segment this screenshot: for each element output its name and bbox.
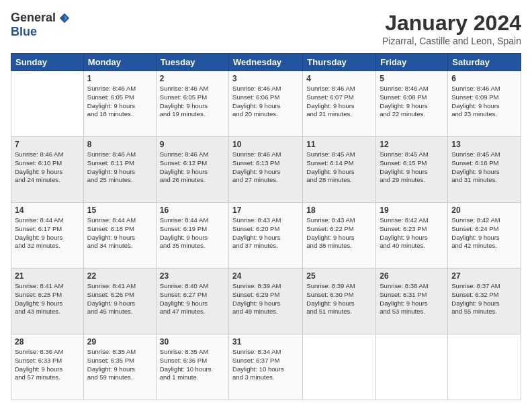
table-row: 7Sunrise: 8:46 AM Sunset: 6:10 PM Daylig… (11, 137, 84, 203)
table-row (303, 334, 376, 400)
day-info: Sunrise: 8:35 AM Sunset: 6:35 PM Dayligh… (87, 348, 152, 382)
logo: General Blue (11, 11, 71, 39)
day-info: Sunrise: 8:46 AM Sunset: 6:05 PM Dayligh… (87, 85, 152, 119)
day-number: 30 (160, 337, 225, 347)
table-row: 6Sunrise: 8:46 AM Sunset: 6:09 PM Daylig… (448, 71, 521, 137)
table-row: 2Sunrise: 8:46 AM Sunset: 6:05 PM Daylig… (156, 71, 228, 137)
day-info: Sunrise: 8:35 AM Sunset: 6:36 PM Dayligh… (160, 348, 225, 382)
day-info: Sunrise: 8:43 AM Sunset: 6:20 PM Dayligh… (232, 216, 299, 250)
day-number: 8 (87, 140, 152, 149)
table-row: 9Sunrise: 8:46 AM Sunset: 6:12 PM Daylig… (156, 137, 228, 203)
table-row: 30Sunrise: 8:35 AM Sunset: 6:36 PM Dayli… (156, 334, 228, 400)
table-row: 23Sunrise: 8:40 AM Sunset: 6:27 PM Dayli… (156, 269, 228, 334)
day-info: Sunrise: 8:46 AM Sunset: 6:07 PM Dayligh… (306, 85, 372, 119)
day-number: 27 (451, 271, 517, 281)
table-row: 18Sunrise: 8:43 AM Sunset: 6:22 PM Dayli… (303, 203, 376, 269)
table-row: 19Sunrise: 8:42 AM Sunset: 6:23 PM Dayli… (376, 203, 448, 269)
day-number: 18 (306, 205, 372, 215)
day-number: 23 (160, 271, 225, 281)
day-info: Sunrise: 8:37 AM Sunset: 6:32 PM Dayligh… (451, 282, 517, 316)
day-number: 16 (160, 205, 225, 215)
day-number: 10 (232, 140, 299, 149)
day-info: Sunrise: 8:41 AM Sunset: 6:26 PM Dayligh… (87, 282, 152, 316)
day-info: Sunrise: 8:46 AM Sunset: 6:13 PM Dayligh… (232, 150, 299, 185)
day-number: 14 (15, 205, 80, 215)
day-number: 6 (451, 74, 517, 83)
day-number: 11 (306, 140, 372, 149)
day-info: Sunrise: 8:44 AM Sunset: 6:19 PM Dayligh… (160, 216, 225, 250)
col-monday: Monday (83, 54, 156, 71)
day-info: Sunrise: 8:39 AM Sunset: 6:30 PM Dayligh… (306, 282, 372, 316)
table-row: 1Sunrise: 8:46 AM Sunset: 6:05 PM Daylig… (83, 71, 156, 137)
day-info: Sunrise: 8:46 AM Sunset: 6:11 PM Dayligh… (87, 150, 152, 185)
day-number: 20 (451, 205, 517, 215)
day-info: Sunrise: 8:45 AM Sunset: 6:15 PM Dayligh… (380, 150, 444, 185)
day-number: 4 (306, 74, 372, 83)
day-info: Sunrise: 8:39 AM Sunset: 6:29 PM Dayligh… (232, 282, 299, 316)
day-info: Sunrise: 8:45 AM Sunset: 6:14 PM Dayligh… (306, 150, 372, 185)
col-sunday: Sunday (11, 54, 84, 71)
table-row: 15Sunrise: 8:44 AM Sunset: 6:18 PM Dayli… (83, 203, 156, 269)
day-number: 21 (15, 271, 80, 281)
day-info: Sunrise: 8:41 AM Sunset: 6:25 PM Dayligh… (15, 282, 80, 316)
col-saturday: Saturday (448, 54, 521, 71)
day-info: Sunrise: 8:42 AM Sunset: 6:24 PM Dayligh… (451, 216, 517, 250)
table-row: 21Sunrise: 8:41 AM Sunset: 6:25 PM Dayli… (11, 269, 84, 334)
table-row: 25Sunrise: 8:39 AM Sunset: 6:30 PM Dayli… (303, 269, 376, 334)
table-row: 4Sunrise: 8:46 AM Sunset: 6:07 PM Daylig… (303, 71, 376, 137)
day-info: Sunrise: 8:46 AM Sunset: 6:06 PM Dayligh… (232, 85, 299, 119)
day-info: Sunrise: 8:46 AM Sunset: 6:05 PM Dayligh… (160, 85, 225, 119)
day-number: 31 (232, 337, 299, 347)
table-row (11, 71, 84, 137)
table-row: 26Sunrise: 8:38 AM Sunset: 6:31 PM Dayli… (376, 269, 448, 334)
logo-icon (58, 12, 71, 24)
table-row: 24Sunrise: 8:39 AM Sunset: 6:29 PM Dayli… (229, 269, 303, 334)
day-info: Sunrise: 8:40 AM Sunset: 6:27 PM Dayligh… (160, 282, 225, 316)
day-number: 3 (232, 74, 299, 83)
day-number: 9 (160, 140, 225, 149)
table-row (448, 334, 521, 400)
table-row: 22Sunrise: 8:41 AM Sunset: 6:26 PM Dayli… (83, 269, 156, 334)
col-wednesday: Wednesday (229, 54, 303, 71)
day-info: Sunrise: 8:46 AM Sunset: 6:12 PM Dayligh… (160, 150, 225, 185)
day-number: 7 (15, 140, 80, 149)
calendar-week-5: 28Sunrise: 8:36 AM Sunset: 6:33 PM Dayli… (11, 334, 521, 400)
day-info: Sunrise: 8:46 AM Sunset: 6:10 PM Dayligh… (15, 150, 80, 185)
page: General Blue January 2024 Pizarral, Cast… (0, 0, 532, 411)
table-row: 31Sunrise: 8:34 AM Sunset: 6:37 PM Dayli… (229, 334, 303, 400)
day-number: 2 (160, 74, 225, 83)
title-block: January 2024 Pizarral, Castille and Leon… (382, 11, 521, 46)
col-tuesday: Tuesday (156, 54, 228, 71)
table-row: 13Sunrise: 8:45 AM Sunset: 6:16 PM Dayli… (448, 137, 521, 203)
day-number: 25 (306, 271, 372, 281)
day-info: Sunrise: 8:46 AM Sunset: 6:09 PM Dayligh… (451, 85, 517, 119)
location-subtitle: Pizarral, Castille and Leon, Spain (382, 36, 521, 46)
table-row: 29Sunrise: 8:35 AM Sunset: 6:35 PM Dayli… (83, 334, 156, 400)
table-row: 10Sunrise: 8:46 AM Sunset: 6:13 PM Dayli… (229, 137, 303, 203)
day-info: Sunrise: 8:34 AM Sunset: 6:37 PM Dayligh… (232, 348, 299, 382)
table-row: 5Sunrise: 8:46 AM Sunset: 6:08 PM Daylig… (376, 71, 448, 137)
calendar-week-3: 14Sunrise: 8:44 AM Sunset: 6:17 PM Dayli… (11, 203, 521, 269)
day-number: 22 (87, 271, 152, 281)
table-row: 8Sunrise: 8:46 AM Sunset: 6:11 PM Daylig… (83, 137, 156, 203)
day-number: 26 (380, 271, 444, 281)
day-info: Sunrise: 8:36 AM Sunset: 6:33 PM Dayligh… (15, 348, 80, 382)
day-number: 29 (87, 337, 152, 347)
table-row: 27Sunrise: 8:37 AM Sunset: 6:32 PM Dayli… (448, 269, 521, 334)
day-info: Sunrise: 8:38 AM Sunset: 6:31 PM Dayligh… (380, 282, 444, 316)
table-row (376, 334, 448, 400)
day-info: Sunrise: 8:44 AM Sunset: 6:17 PM Dayligh… (15, 216, 80, 250)
day-number: 5 (380, 74, 444, 83)
table-row: 16Sunrise: 8:44 AM Sunset: 6:19 PM Dayli… (156, 203, 228, 269)
calendar-table: Sunday Monday Tuesday Wednesday Thursday… (11, 53, 521, 400)
col-friday: Friday (376, 54, 448, 71)
day-info: Sunrise: 8:45 AM Sunset: 6:16 PM Dayligh… (451, 150, 517, 185)
day-number: 19 (380, 205, 444, 215)
col-thursday: Thursday (303, 54, 376, 71)
logo-general: General (11, 11, 56, 25)
table-row: 12Sunrise: 8:45 AM Sunset: 6:15 PM Dayli… (376, 137, 448, 203)
header: General Blue January 2024 Pizarral, Cast… (11, 11, 521, 46)
day-info: Sunrise: 8:42 AM Sunset: 6:23 PM Dayligh… (380, 216, 444, 250)
day-number: 15 (87, 205, 152, 215)
calendar-week-2: 7Sunrise: 8:46 AM Sunset: 6:10 PM Daylig… (11, 137, 521, 203)
